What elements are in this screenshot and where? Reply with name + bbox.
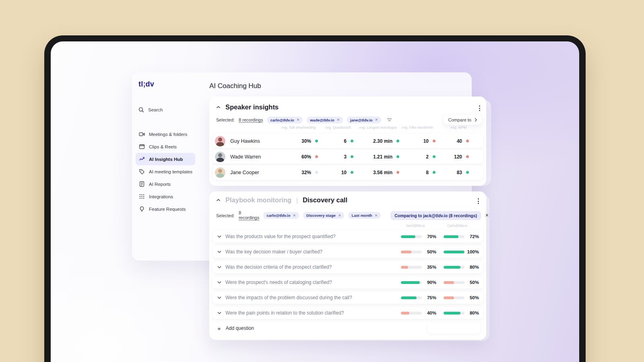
sidebar-item-label: Meetings & folders <box>149 132 187 137</box>
more-options-icon[interactable] <box>476 197 579 206</box>
percent-value: 72% <box>464 234 479 239</box>
filter-chip-label: Discovery stage <box>306 213 336 218</box>
sidebar-item-label: Feature Requests <box>149 207 186 212</box>
close-icon[interactable]: ✕ <box>297 118 300 122</box>
card-title-muted: Playbook monitoring <box>225 196 291 204</box>
chevron-down-icon[interactable] <box>217 251 221 253</box>
sidebar-nav: Meetings & folders Clips & Reels AI Insi… <box>136 128 195 215</box>
sidebar-item-ai-meeting-templates[interactable]: AI meeting templates <box>136 165 195 178</box>
filter-chip-label: wade@tldv.io <box>310 118 334 122</box>
column-header: Avg. Talk time/meeting <box>281 125 316 130</box>
compare-column-header: Jack@tldv.io <box>398 224 433 228</box>
filter-chip[interactable]: jane@tldv.io✕ <box>347 117 381 123</box>
sidebar-item-meetings-folders[interactable]: Meetings & folders <box>136 128 195 140</box>
sidebar-item-integrations[interactable]: Integrations <box>136 190 195 203</box>
comparing-pill[interactable]: Comparing to jack@tldv.io (8 recordings) <box>390 211 481 220</box>
column-header: Avg. WPM <box>433 125 466 130</box>
question-row[interactable]: Were the pain points in relation to the … <box>213 307 483 319</box>
close-icon[interactable]: ✕ <box>375 214 378 218</box>
close-icon[interactable]: ✕ <box>293 214 296 218</box>
column-header: Avg. Questions/h <box>316 125 351 130</box>
status-dot <box>315 155 318 158</box>
speaker-table-columns: Avg. Talk time/meeting Avg. Questions/h … <box>213 125 483 130</box>
filter-chip[interactable]: Last month✕ <box>348 212 381 219</box>
status-dot <box>396 140 399 142</box>
wpm-value: 40 <box>457 138 462 144</box>
question-row[interactable]: Was the key decision maker / buyer clari… <box>213 246 483 258</box>
selected-count-link[interactable]: 8 recordings <box>239 117 263 123</box>
percent-value: 100% <box>464 249 479 254</box>
compare-to-button[interactable]: Compare to <box>444 115 482 125</box>
status-dot <box>433 155 436 158</box>
question-row[interactable]: Were the impacts of the problem discusse… <box>213 292 483 304</box>
progress-bar <box>401 296 422 299</box>
clapperboard-icon <box>139 144 145 150</box>
filter-chip-label: jane@tldv.io <box>350 118 373 122</box>
status-dot <box>351 140 353 142</box>
filter-chip[interactable]: carlo@tldv.io✕ <box>263 212 299 219</box>
progress-bar <box>444 281 464 284</box>
percent-value: 70% <box>422 234 436 239</box>
filter-icon[interactable] <box>387 118 392 122</box>
table-row[interactable]: Wade Warren 60% 3 1.21 min 2 120 <box>213 149 483 164</box>
empty-pill <box>428 323 480 333</box>
sidebar-item-ai-reports[interactable]: AI Reports <box>136 178 195 190</box>
question-text: Were the pain points in relation to the … <box>225 310 401 316</box>
question-row[interactable]: Was the products value for the prospect … <box>213 230 483 243</box>
question-text: Were the impacts of the problem discusse… <box>225 295 401 300</box>
close-icon[interactable]: ✕ <box>485 213 489 218</box>
status-dot <box>433 171 436 174</box>
speaker-name: Guy Hawkins <box>230 138 283 144</box>
plus-icon: + <box>217 325 221 332</box>
search-label: Search <box>148 107 163 112</box>
close-icon[interactable]: ✕ <box>337 118 340 122</box>
progress-bar <box>444 312 464 315</box>
filter-chip[interactable]: wade@tldv.io✕ <box>307 117 343 123</box>
question-text: Was the key decision maker / buyer clari… <box>225 249 401 255</box>
monologue-value: 2.30 min <box>373 138 392 144</box>
selected-label: Selected: <box>216 213 235 218</box>
status-dot <box>315 171 318 174</box>
close-icon[interactable]: ✕ <box>338 214 341 218</box>
playbook-filter-row: Selected: 8 recordings carlo@tldv.io✕ Di… <box>216 210 483 220</box>
close-icon[interactable]: ✕ <box>375 118 378 122</box>
percent-value: 80% <box>464 311 479 315</box>
table-row[interactable]: Jane Cooper 32% 10 3.56 min 8 83 <box>213 165 483 180</box>
sidebar-item-ai-insights-hub[interactable]: AI Insights Hub <box>136 153 195 165</box>
title-separator: | <box>296 197 298 204</box>
sidebar-item-clips-reels[interactable]: Clips & Reels <box>136 140 195 153</box>
percent-value: 80% <box>464 265 479 269</box>
search-icon <box>138 107 144 113</box>
chevron-up-icon[interactable] <box>216 106 221 109</box>
speaker-table: Guy Hawkins 30% 6 2.30 min 10 40 Wade Wa… <box>213 134 483 181</box>
chevron-down-icon[interactable] <box>217 281 221 284</box>
chevron-down-icon[interactable] <box>217 266 221 268</box>
percent-value: 50% <box>464 295 479 300</box>
filter-chip-label: Last month <box>351 213 372 218</box>
chevron-down-icon[interactable] <box>217 296 221 299</box>
talk-time-value: 30% <box>301 138 311 144</box>
sidebar-item-feature-requests[interactable]: Feature Requests <box>136 203 195 215</box>
avatar <box>215 136 225 146</box>
progress-bar <box>444 266 464 269</box>
page-title: AI Coaching Hub <box>209 82 261 90</box>
progress-bar <box>401 266 422 269</box>
card-title: Speaker insights <box>225 103 279 111</box>
status-dot <box>466 140 469 142</box>
chevron-down-icon[interactable] <box>217 235 221 238</box>
table-row[interactable]: Guy Hawkins 30% 6 2.30 min 10 40 <box>213 134 483 148</box>
chevron-up-icon[interactable] <box>216 199 221 202</box>
sidebar-item-label: AI Reports <box>149 182 171 187</box>
speaker-name: Wade Warren <box>230 154 283 160</box>
search-input[interactable]: Search <box>138 107 163 113</box>
question-row[interactable]: Was the decision criteria of the prospec… <box>213 261 483 273</box>
more-options-icon[interactable] <box>477 104 579 113</box>
filter-chip[interactable]: carlo@tldv.io✕ <box>267 117 303 123</box>
selected-count-link[interactable]: 8 recordings <box>239 210 259 220</box>
percent-value: 75% <box>422 295 436 300</box>
filler-value: 10 <box>423 138 429 144</box>
chevron-down-icon[interactable] <box>217 312 221 314</box>
filter-chip[interactable]: Discovery stage✕ <box>303 212 344 219</box>
question-row[interactable]: Were the prospect's needs of cataloging … <box>213 276 483 288</box>
percent-value: 40% <box>422 311 436 315</box>
